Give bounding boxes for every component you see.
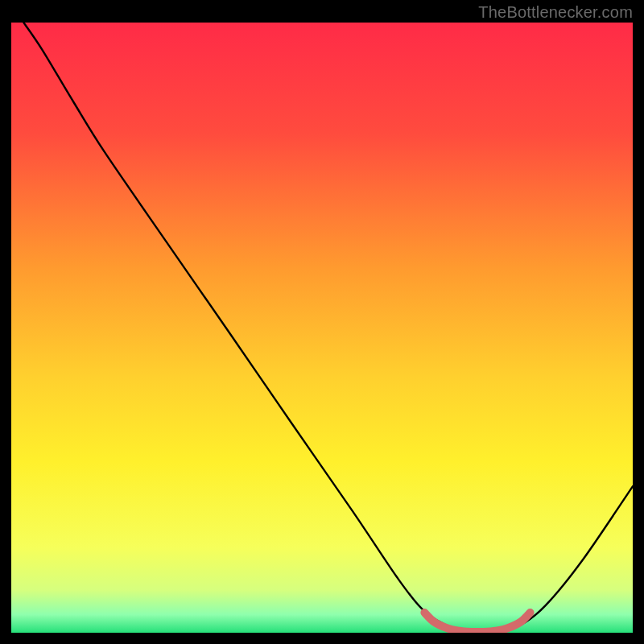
chart-gradient-bg xyxy=(11,23,633,633)
chart-frame xyxy=(11,23,633,633)
watermark-text: TheBottlenecker.com xyxy=(478,3,633,22)
bottleneck-chart xyxy=(11,23,633,633)
